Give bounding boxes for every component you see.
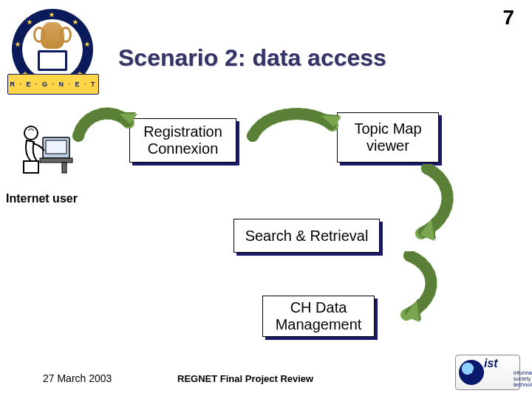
svg-point-4 (24, 126, 38, 140)
arrow-user-to-registration (71, 102, 137, 146)
ist-logo-small-text: information society technologies (514, 370, 532, 389)
node-text: Topic Map (354, 120, 421, 137)
internet-user-label: Internet user (6, 192, 78, 205)
arrow-search-to-chdata (375, 251, 449, 325)
footer-center-text: REGNET Final Project Review (177, 373, 313, 384)
svg-rect-2 (40, 158, 72, 163)
slide-title: Scenario 2: data access (118, 44, 386, 72)
svg-rect-5 (24, 161, 38, 173)
svg-rect-3 (62, 163, 66, 173)
node-text: Search & Retrieval (245, 228, 369, 245)
node-registration-connexion: Registration Connexion (129, 118, 236, 163)
node-text: Connexion (148, 140, 219, 157)
node-search-retrieval: Search & Retrieval (233, 219, 380, 253)
node-text: CH Data (290, 299, 347, 316)
ist-logo-big-text: ist (484, 357, 498, 370)
regnet-logo: R · E · G · N · E · T (12, 9, 93, 90)
node-text: Registration (143, 123, 222, 140)
node-text: viewer (366, 137, 409, 154)
node-ch-data-management: CH Data Management (262, 296, 375, 337)
node-text: Management (276, 316, 362, 333)
regnet-logo-banner: R · E · G · N · E · T (7, 74, 99, 95)
ist-logo: ist information society technologies (455, 355, 520, 390)
arrow-registration-to-topicmap (245, 103, 341, 148)
svg-rect-1 (46, 140, 66, 154)
arrow-topicmap-to-search (384, 164, 466, 245)
node-topic-map-viewer: Topic Map viewer (337, 112, 439, 163)
footer-date: 27 March 2003 (43, 372, 112, 384)
internet-user-icon (18, 118, 77, 177)
page-number: 7 (502, 6, 514, 30)
